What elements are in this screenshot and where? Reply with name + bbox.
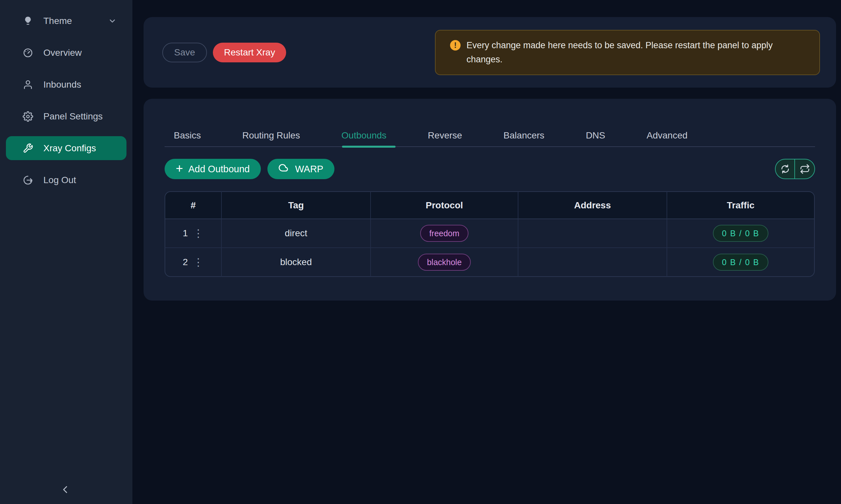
toolbar-card: Save Restart Xray ! Every change made he…	[143, 17, 836, 88]
lightbulb-icon	[22, 15, 34, 26]
table-header-row: # Tag Protocol Address Traffic	[165, 191, 815, 219]
protocol-badge: freedom	[420, 225, 469, 242]
sidebar-item-overview[interactable]: Overview	[6, 41, 126, 65]
warning-icon: !	[450, 40, 461, 51]
warp-button[interactable]: WARP	[268, 159, 334, 179]
cloud-icon	[279, 163, 290, 175]
add-outbound-button[interactable]: + Add Outbound	[165, 159, 261, 179]
sidebar-item-theme[interactable]: Theme	[6, 9, 126, 33]
tab-outbounds[interactable]: Outbounds	[341, 130, 386, 146]
column-header-protocol: Protocol	[371, 191, 518, 219]
table-row: 2 ⋮ blocked blackhole 0 B / 0 B	[165, 248, 815, 277]
column-header-address: Address	[518, 191, 667, 219]
chevron-left-icon	[59, 484, 71, 496]
wrench-icon	[22, 143, 34, 154]
row-index: 1	[183, 228, 188, 238]
refresh-button-group	[775, 159, 815, 179]
sidebar-item-panel-settings[interactable]: Panel Settings	[6, 104, 126, 128]
main-content: Save Restart Xray ! Every change made he…	[132, 0, 841, 504]
gauge-icon	[22, 47, 34, 58]
chevron-down-icon	[108, 17, 117, 25]
restart-outbounds-button[interactable]	[795, 160, 814, 179]
sidebar-item-xray-configs[interactable]: Xray Configs	[6, 136, 126, 160]
gear-icon	[22, 111, 34, 122]
tab-balancers[interactable]: Balancers	[504, 130, 545, 146]
sidebar-item-label: Log Out	[44, 175, 76, 185]
add-outbound-label: Add Outbound	[188, 164, 250, 175]
tab-dns[interactable]: DNS	[586, 130, 605, 146]
xray-configs-card: Basics Routing Rules Outbounds Reverse B…	[143, 99, 836, 301]
column-header-traffic: Traffic	[667, 191, 815, 219]
sidebar: Theme Overview Inbounds	[0, 0, 132, 504]
warning-alert-text: Every change made here needs to be saved…	[466, 38, 784, 67]
outbounds-table: # Tag Protocol Address Traffic 1 ⋮ direc…	[165, 191, 815, 277]
sidebar-item-label: Overview	[44, 48, 82, 58]
plus-icon: +	[176, 163, 183, 173]
repeat-icon	[800, 164, 810, 174]
actions-row: + Add Outbound WARP	[165, 159, 815, 179]
logout-icon	[22, 175, 34, 186]
traffic-badge: 0 B / 0 B	[713, 254, 769, 271]
sidebar-item-label: Theme	[44, 16, 72, 26]
protocol-badge: blackhole	[418, 254, 471, 271]
tab-basics[interactable]: Basics	[174, 130, 201, 146]
tag-cell: blocked	[222, 248, 371, 277]
warning-alert: ! Every change made here needs to be sav…	[435, 30, 820, 75]
address-cell	[518, 248, 667, 277]
row-index: 2	[183, 257, 188, 267]
traffic-badge: 0 B / 0 B	[713, 225, 769, 242]
user-icon	[22, 79, 34, 90]
warp-label: WARP	[295, 164, 323, 175]
refresh-icon	[780, 164, 790, 174]
address-cell	[518, 219, 667, 248]
sidebar-item-label: Inbounds	[44, 79, 81, 90]
tag-cell: direct	[222, 219, 371, 248]
sidebar-item-inbounds[interactable]: Inbounds	[6, 73, 126, 96]
column-header-index: #	[165, 191, 222, 219]
table-row: 1 ⋮ direct freedom 0 B / 0 B	[165, 219, 815, 248]
restart-xray-button[interactable]: Restart Xray	[213, 43, 287, 62]
reload-config-button[interactable]	[776, 160, 795, 179]
sidebar-item-label: Panel Settings	[44, 111, 103, 122]
tab-bar: Basics Routing Rules Outbounds Reverse B…	[165, 99, 815, 147]
save-button[interactable]: Save	[162, 43, 207, 62]
row-menu-icon[interactable]: ⋮	[193, 257, 204, 267]
sidebar-item-log-out[interactable]: Log Out	[6, 168, 126, 192]
tab-routing-rules[interactable]: Routing Rules	[242, 130, 300, 146]
sidebar-item-label: Xray Configs	[44, 143, 96, 154]
tab-reverse[interactable]: Reverse	[428, 130, 462, 146]
row-menu-icon[interactable]: ⋮	[193, 228, 204, 238]
tab-advanced[interactable]: Advanced	[647, 130, 688, 146]
sidebar-collapse-button[interactable]	[55, 480, 75, 499]
column-header-tag: Tag	[222, 191, 371, 219]
